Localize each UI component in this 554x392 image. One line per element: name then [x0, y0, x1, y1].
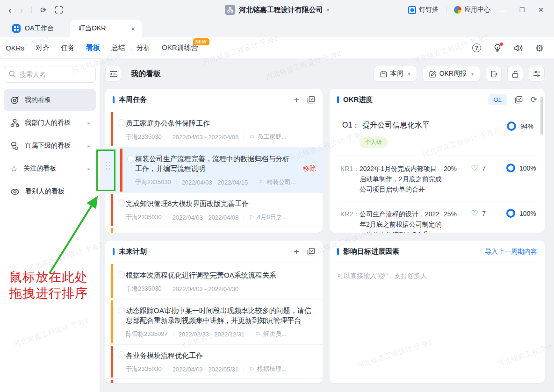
like-heart-icon[interactable]: ♡	[471, 209, 478, 218]
app-center-icon	[454, 6, 461, 14]
objective-label: O1：	[342, 121, 360, 129]
refresh-icon[interactable]: ⟳	[531, 95, 537, 105]
task-owner: 于海2335030	[126, 133, 162, 141]
nav-board[interactable]: 看板	[86, 43, 100, 52]
task-checkbox[interactable]	[118, 271, 125, 278]
sidebar-item-direct-reports-boards[interactable]: 直属下级的看板 ▸	[4, 135, 96, 157]
flag-icon: ⚐	[259, 179, 264, 186]
panel-title: 影响目标进展因素	[343, 247, 399, 256]
unlock-icon	[511, 70, 519, 78]
module-nav: OKRs 对齐 任务 看板 总结 分析 OKR训练营 NEW ? ⚙	[0, 37, 554, 59]
task-okr-link: 根据梳理...	[257, 365, 287, 373]
task-checkbox[interactable]	[118, 119, 125, 126]
task-owner: 于海2335030	[126, 285, 162, 293]
task-okr-link: 解决员...	[263, 330, 287, 338]
chevron-down-icon: ▾	[327, 7, 330, 13]
whats-new-icon[interactable]	[493, 43, 502, 53]
add-task-icon[interactable]: +	[294, 95, 299, 105]
panel-title: 本周任务	[119, 95, 147, 104]
nav-summary[interactable]: 总结	[111, 43, 125, 52]
sidebar-item-followed-boards[interactable]: ☆ 关注的看板 ▸	[4, 158, 96, 179]
objective-row[interactable]: O1：提升公司信息化水平 94% 个人级	[330, 111, 545, 156]
progress-ring	[507, 121, 516, 131]
maximize-button[interactable]: □	[517, 5, 528, 14]
export-button[interactable]	[486, 66, 502, 82]
period-selector[interactable]: 本周 ▾	[374, 66, 417, 82]
scrollbar-thumb[interactable]	[540, 97, 543, 135]
objective-title: 提升公司信息化水平	[362, 121, 430, 129]
task-row[interactable]: 动态跟踪OA审批中某一时间段出现频率比较多的问题，请信息部配合重新录制视频集中讲…	[105, 299, 323, 344]
divider	[31, 7, 32, 13]
kr-row[interactable]: KR2： 公司生产流程的设计，2022年2月底之前根据公司制定的一体化工作流程在…	[330, 201, 545, 233]
okr-report-button[interactable]: OKR周报 ▾	[423, 66, 480, 82]
task-row[interactable]: 各业务模块流程优化工作 于海2335030 2022/04/03 - 2022/…	[105, 344, 323, 378]
task-row-clipped[interactable]: 行政工作日志完善，并进行数据分析	[105, 227, 323, 233]
task-dates: 2022/04/03 - 2022/05/31	[173, 366, 239, 373]
unlock-button[interactable]	[507, 66, 523, 82]
sound-icon[interactable]	[514, 44, 523, 52]
minimize-button[interactable]: —	[498, 6, 509, 14]
task-checkbox[interactable]	[118, 307, 125, 314]
panel-week-tasks: 本周任务 + 员工家庭办公条件保障工作 于海2335030 2022/04/03…	[105, 89, 323, 233]
refresh-icon[interactable]: ⟳	[40, 6, 46, 14]
kr-weight: 25%	[442, 209, 471, 219]
remove-task-link[interactable]: 移除	[303, 164, 316, 173]
sliders-icon	[533, 70, 540, 78]
company-switcher[interactable]: 河北铭嘉工程设计有限公司 ▾	[225, 5, 330, 15]
progress-ring	[506, 209, 515, 218]
tab-oa-workbench[interactable]: OA工作台	[6, 20, 60, 37]
collapse-sidebar-button[interactable]	[105, 66, 121, 82]
task-dates: 2022/04/03 - 2022/04/15	[182, 179, 248, 186]
add-task-icon[interactable]: +	[294, 247, 299, 257]
help-icon[interactable]: ?	[472, 43, 481, 52]
tab-dingdang-okr[interactable]: 叮当OKR ×	[70, 20, 142, 37]
search-input[interactable]	[4, 66, 96, 83]
multi-select-icon[interactable]	[307, 248, 315, 256]
task-row[interactable]: 完成知识管理8大模块界面改版完善工作 于海2335030 2022/04/03 …	[105, 192, 323, 227]
nav-align[interactable]: 对齐	[36, 43, 50, 52]
objective-filter-badge[interactable]: O1	[488, 94, 506, 105]
level-tag: 个人级	[360, 136, 388, 148]
task-row-clipped[interactable]: 请信息部配合，针对表单填写出现的各类问题部门内分工	[105, 378, 323, 383]
panel-future-plans: 未来计划 + 根据本次流程优化进行调整完善OA系统流程关系 于海2335030 …	[105, 241, 323, 383]
accent-bar	[337, 248, 339, 255]
multi-select-icon[interactable]	[515, 96, 523, 104]
display-settings-button[interactable]	[529, 66, 545, 82]
import-previous-period-link[interactable]: 导入上一周期内容	[485, 248, 537, 256]
department-icon	[10, 119, 19, 128]
task-checkbox[interactable]	[118, 351, 125, 358]
eye-icon	[10, 187, 20, 196]
nav-analysis[interactable]: 分析	[137, 43, 151, 52]
back-icon[interactable]: ‹	[8, 5, 12, 14]
sidebar-item-department-boards[interactable]: 我部门人的看板 ▸	[4, 112, 96, 134]
forward-icon[interactable]: ›	[20, 5, 23, 14]
kr-text: 公司生产流程的设计，2022年2月底之前根据公司制定的一体化工作流程在OA系	[360, 209, 442, 233]
new-badge: NEW	[193, 38, 209, 45]
app-center-link[interactable]: 应用中心	[454, 6, 490, 14]
task-checkbox[interactable]	[118, 200, 125, 207]
dingtalk-builder-link[interactable]: 钉钉搭	[408, 6, 439, 14]
task-dates: 2022/04/03 - 2022/04/30	[173, 285, 239, 292]
accent-bar	[113, 96, 115, 103]
gear-icon[interactable]: ⚙	[535, 43, 544, 53]
chevron-right-icon: ▸	[87, 166, 90, 172]
task-row-hovered[interactable]: 精装公司生产流程完善，流程中的数据归档与分析工作，并编写流程说明 移除 于海23…	[105, 147, 323, 192]
sidebar-item-my-board[interactable]: 我的看板	[4, 89, 96, 111]
close-button[interactable]: ×	[535, 5, 547, 15]
factors-editor[interactable]: 可以直接输入"@"，支持@多人	[330, 263, 545, 289]
nav-okr-training[interactable]: OKR训练营 NEW	[162, 43, 198, 52]
nav-tasks[interactable]: 任务	[61, 43, 75, 52]
task-row[interactable]: 员工家庭办公条件保障工作 于海2335030 2022/04/03 - 2022…	[105, 111, 323, 147]
task-row[interactable]: 根据本次流程优化进行调整完善OA系统流程关系 于海2335030 2022/04…	[105, 263, 323, 299]
nav-okrs[interactable]: OKRs	[6, 44, 24, 52]
drag-handle[interactable]	[106, 162, 110, 170]
like-heart-icon[interactable]: ♡	[471, 164, 478, 172]
multi-select-icon[interactable]	[307, 96, 315, 104]
titlebar: ‹ › ⟳ 河北铭嘉工程设计有限公司 ▾ 钉钉搭 应用中心 — □ ×	[0, 0, 554, 20]
sidebar-item-others-boards[interactable]: 看别人的看板	[4, 181, 96, 202]
panel-title: 未来计划	[119, 247, 147, 256]
screenshot-icon[interactable]	[55, 6, 63, 14]
kr-row[interactable]: KR1： 2022年1月份完成内部项目启动单制作，2月底之前完成公司项目启动单的…	[330, 156, 545, 201]
task-checkbox[interactable]	[127, 156, 134, 163]
tab-close-icon[interactable]: ×	[131, 25, 135, 33]
